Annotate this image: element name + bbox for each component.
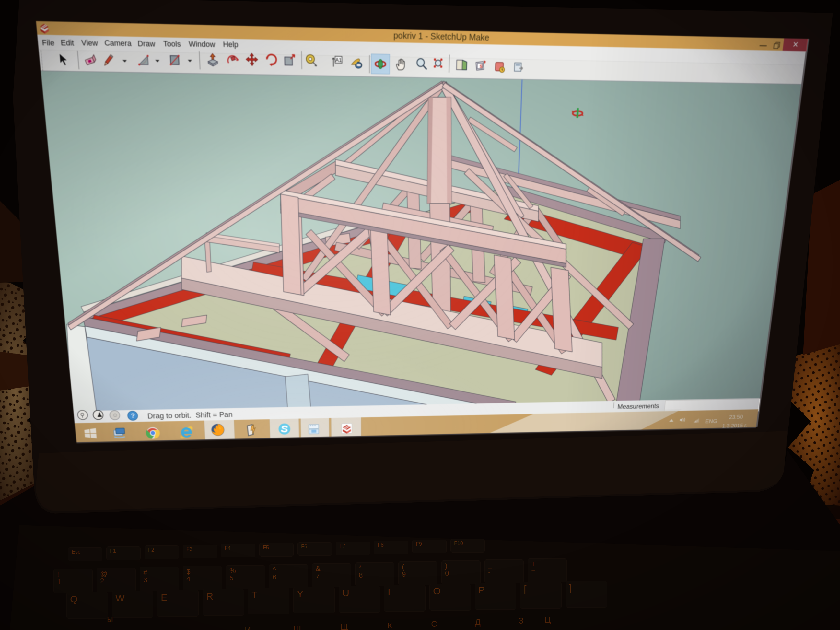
svg-text:S: S	[480, 64, 483, 69]
svg-text:A1: A1	[335, 57, 342, 63]
